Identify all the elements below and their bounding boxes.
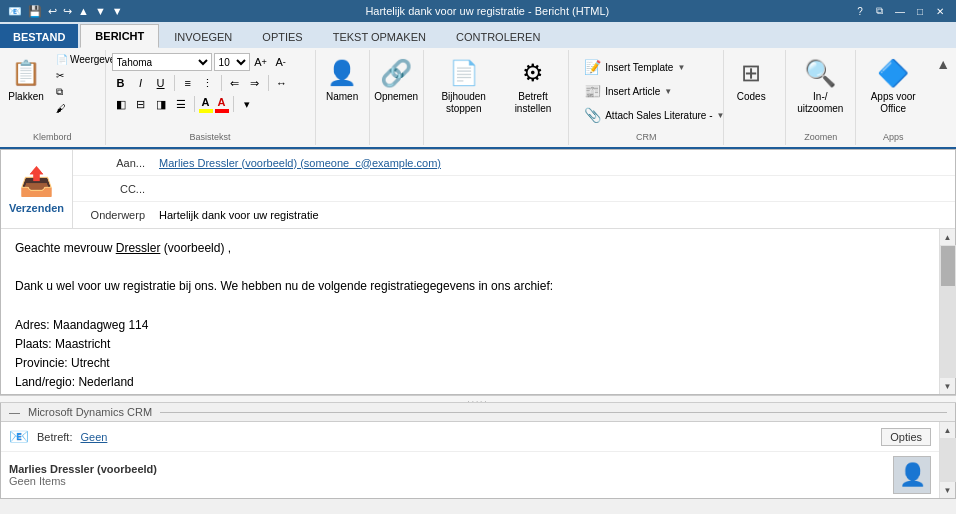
tab-bericht[interactable]: BERICHT [80, 24, 159, 48]
ribbon-tabs: BESTAND BERICHT INVOEGEN OPTIES TEKST OP… [0, 22, 956, 48]
customize-btn[interactable]: ▼ [112, 5, 123, 17]
window-title: Hartelijk dank voor uw registratie - Ber… [365, 5, 609, 17]
apps-button[interactable]: 🔷 Apps voor Office [860, 52, 926, 124]
aan-field[interactable] [153, 154, 955, 172]
cc-field[interactable] [153, 180, 955, 198]
msg-line5: Provincie: Utrecht [15, 354, 925, 373]
insert-article-button[interactable]: 📰 Insert Article ▼ [579, 80, 677, 102]
up-btn[interactable]: ▲ [78, 5, 89, 17]
message-scrollbar: ▲ ▼ [939, 229, 955, 394]
dressler-link[interactable]: Dressler [116, 241, 161, 255]
plakken-icon: 📋 [10, 57, 42, 89]
underline-button[interactable]: U [152, 74, 170, 92]
tab-controleren[interactable]: CONTROLEREN [441, 24, 555, 48]
highlight-A: A [202, 96, 210, 108]
styles-button[interactable]: ▾ [238, 95, 256, 113]
font-shrink-button[interactable]: A- [272, 53, 290, 71]
align-center-button[interactable]: ⊟ [132, 95, 150, 113]
scroll-up-btn[interactable]: ▲ [940, 229, 956, 245]
bold-button[interactable]: B [112, 74, 130, 92]
scroll-thumb[interactable] [941, 246, 955, 286]
bijhouden-button[interactable]: 📄 Bijhouden stoppen [428, 52, 500, 124]
crm-panel-main: 📧 Betreft: Geen Opties Marlies Dressler … [1, 422, 939, 498]
message-body: Geachte mevrouw Dressler (voorbeeld) , D… [1, 229, 955, 394]
bijhouden-icon: 📄 [448, 57, 480, 89]
italic-button[interactable]: I [132, 74, 150, 92]
tab-tekst-opmaken[interactable]: TEKST OPMAKEN [318, 24, 441, 48]
ribbon-collapse-btn[interactable]: ▲ [930, 54, 956, 74]
crm-scroll-down-btn[interactable]: ▼ [940, 482, 956, 498]
redo-btn[interactable]: ↪ [63, 5, 72, 18]
namen-icon: 👤 [326, 57, 358, 89]
justify-button[interactable]: ☰ [172, 95, 190, 113]
attach-sales-button[interactable]: 📎 Attach Sales Literature - ▼ [579, 104, 729, 126]
down-btn[interactable]: ▼ [95, 5, 106, 17]
restore-down-btn[interactable]: ⧉ [872, 3, 888, 19]
subject-row: Onderwerp [73, 202, 955, 228]
tab-invoegen[interactable]: INVOEGEN [159, 24, 247, 48]
minimize-btn[interactable]: — [892, 3, 908, 19]
tab-bestand[interactable]: BESTAND [0, 24, 78, 48]
compose-area: 📤 Verzenden Aan... CC... Onderwerp [0, 149, 956, 395]
aan-button[interactable]: Aan... [73, 157, 153, 169]
undo-btn[interactable]: ↩ [48, 5, 57, 18]
attach-sales-dropdown-arrow: ▼ [716, 111, 724, 120]
copy-icon: ⧉ [56, 86, 63, 98]
msg-line2: Dank u wel voor uw registratie bij ons. … [15, 277, 925, 296]
opnemen-button[interactable]: 🔗 Opnemen [374, 52, 419, 124]
weergeven-icon: 📄 [56, 54, 68, 65]
resize-handle[interactable]: ..... [0, 395, 956, 403]
betreft-button[interactable]: ⚙ Betreft instellen [502, 52, 564, 124]
send-button[interactable]: 📤 Verzenden [9, 165, 64, 214]
namen-button[interactable]: 👤 Namen [320, 52, 365, 124]
zoomen-button[interactable]: 🔍 In-/ uitzoomen [790, 52, 850, 124]
maximize-btn[interactable]: □ [912, 3, 928, 19]
title-bar-left: 📧 💾 ↩ ↪ ▲ ▼ ▼ [8, 5, 123, 18]
subject-field[interactable] [153, 206, 955, 224]
font-color-A: A [218, 96, 226, 108]
message-content[interactable]: Geachte mevrouw Dressler (voorbeeld) , D… [1, 229, 939, 394]
cc-button[interactable]: CC... [73, 183, 153, 195]
ltr-button[interactable]: ↔ [273, 74, 291, 92]
help-btn[interactable]: ? [852, 3, 868, 19]
crm-group-label: CRM [573, 130, 719, 143]
crm-collapse-icon[interactable]: — [9, 406, 20, 418]
bijhouden-group-label [428, 130, 565, 143]
quick-save[interactable]: 💾 [28, 5, 42, 18]
contact-avatar: 👤 [893, 456, 931, 494]
font-family-select[interactable]: Tahoma [112, 53, 212, 71]
insert-template-button[interactable]: 📝 Insert Template ▼ [579, 56, 690, 78]
crm-betreft-value[interactable]: Geen [80, 431, 107, 443]
indent-button[interactable]: ⇒ [246, 74, 264, 92]
codes-group: ⊞ Codes [724, 50, 786, 145]
zoom-icon: 🔍 [804, 57, 836, 89]
msg-line7: Postcode: 8675 DB [15, 393, 925, 395]
font-size-select[interactable]: 10 [214, 53, 250, 71]
tab-opties[interactable]: OPTIES [247, 24, 317, 48]
align-left-button[interactable]: ◧ [112, 95, 130, 113]
highlight-color-indicator [199, 109, 213, 113]
subject-label: Onderwerp [73, 209, 153, 221]
betreft-icon: ⚙ [517, 57, 549, 89]
scroll-down-btn[interactable]: ▼ [940, 378, 956, 394]
crm-scrollbar: ▲ ▼ [939, 422, 955, 498]
bijhouden-group: 📄 Bijhouden stoppen ⚙ Betreft instellen [424, 50, 570, 145]
codes-button[interactable]: ⊞ Codes [728, 52, 774, 124]
numbering-button[interactable]: ⋮ [199, 74, 217, 92]
ribbon-content: 📋 Plakken 📄 Weergeven ✂ ⧉ 🖌 Klembord [0, 48, 956, 149]
insert-template-dropdown-arrow: ▼ [677, 63, 685, 72]
bullets-button[interactable]: ≡ [179, 74, 197, 92]
crm-scroll-up-btn[interactable]: ▲ [940, 422, 956, 438]
close-btn[interactable]: ✕ [932, 3, 948, 19]
align-right-button[interactable]: ◨ [152, 95, 170, 113]
codes-icon: ⊞ [735, 57, 767, 89]
outdent-button[interactable]: ⇐ [226, 74, 244, 92]
plakken-button[interactable]: 📋 Plakken [4, 52, 48, 124]
insert-template-icon: 📝 [584, 59, 601, 75]
crm-options-button[interactable]: Opties [881, 428, 931, 446]
avatar-icon: 👤 [899, 462, 926, 488]
msg-line4: Plaats: Maastricht [15, 335, 925, 354]
opnemen-group: 🔗 Opnemen [370, 50, 424, 145]
send-column: 📤 Verzenden [1, 150, 73, 228]
font-grow-button[interactable]: A+ [252, 53, 270, 71]
